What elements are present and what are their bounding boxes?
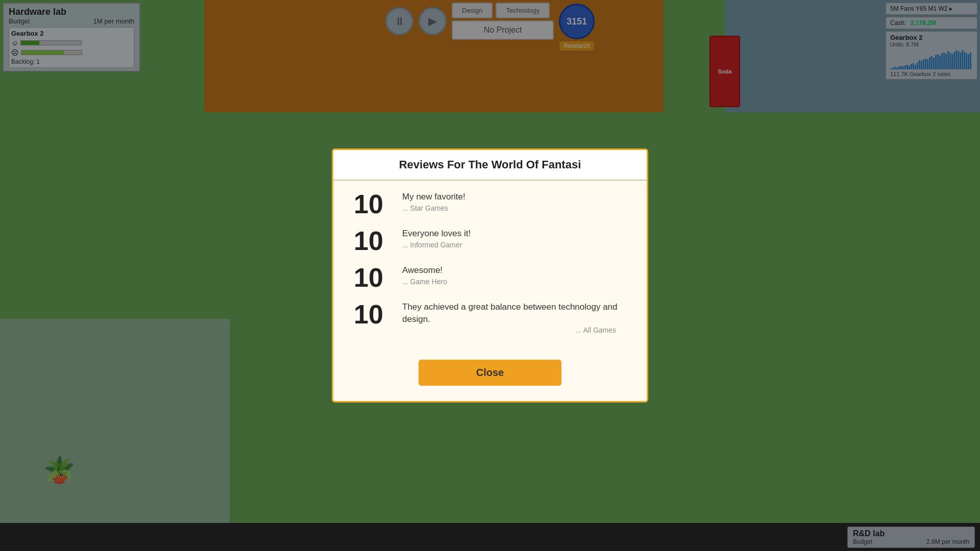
review-score-3: 10 [354,264,395,291]
reviews-modal: Reviews For The World Of Fantasi 10 My n… [332,148,648,403]
modal-body: 10 My new favorite! ... Star Games 10 Ev… [333,181,647,355]
review-content-4: They achieved a great balance between te… [402,301,626,335]
review-source-4: ... All Games [402,326,626,334]
review-content-1: My new favorite! ... Star Games [402,191,465,212]
review-score-1: 10 [354,191,395,217]
close-button[interactable]: Close [419,360,561,386]
review-score-4: 10 [354,301,395,328]
review-text-1: My new favorite! [402,191,465,203]
modal-header: Reviews For The World Of Fantasi [333,150,647,181]
review-item-2: 10 Everyone loves it! ... Informed Gamer [354,228,626,254]
review-item-3: 10 Awesome! ... Game Hero [354,264,626,291]
review-score-2: 10 [354,228,395,254]
modal-overlay: Reviews For The World Of Fantasi 10 My n… [0,0,980,551]
review-item-4: 10 They achieved a great balance between… [354,301,626,335]
review-item-1: 10 My new favorite! ... Star Games [354,191,626,217]
review-text-3: Awesome! [402,264,447,277]
review-content-2: Everyone loves it! ... Informed Gamer [402,228,471,249]
modal-title: Reviews For The World Of Fantasi [344,158,636,171]
review-source-3: ... Game Hero [402,278,447,286]
review-text-2: Everyone loves it! [402,228,471,240]
review-source-1: ... Star Games [402,204,465,212]
review-source-2: ... Informed Gamer [402,241,471,249]
review-content-3: Awesome! ... Game Hero [402,264,447,286]
review-text-4: They achieved a great balance between te… [402,301,626,325]
